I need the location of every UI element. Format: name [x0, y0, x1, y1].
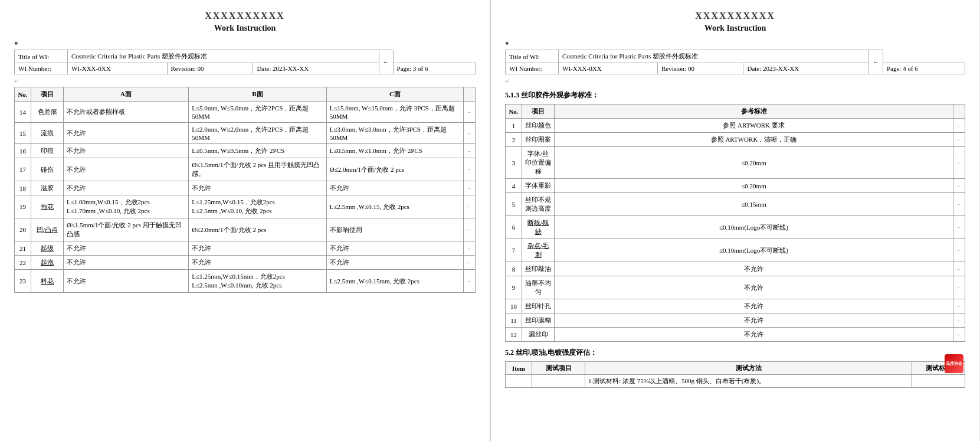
table-row: 2 丝印图案 参照 ARTWORK，清晰，正确 ←	[506, 133, 965, 147]
row-zone-b: 不允许	[189, 241, 327, 256]
row-zone-c: 不允许	[326, 256, 463, 270]
page3-enter: ↵	[14, 78, 476, 84]
table-row: 18 溢胶 不允许 不允许 不允许 ←	[15, 181, 476, 195]
s52-method-col: 测试方法	[585, 362, 912, 375]
section513-header: 5.1.3 丝印胶件外观参考标准：	[505, 90, 965, 100]
row-item: 碰伤	[31, 158, 64, 181]
table-row: 9 油墨不均匀 不允许 ←	[506, 276, 965, 299]
s52-item-col: Item	[506, 362, 532, 375]
page-3: XXXXXXXXXX Work Instruction ▪ Title of W…	[0, 0, 490, 441]
s513-row-item: 丝印不规则边高度	[522, 193, 555, 216]
table-row: 11 丝印膜糊 不允许 ←	[506, 313, 965, 328]
s513-row-arrow: ←	[953, 276, 965, 299]
row-arrow: ←	[464, 123, 476, 144]
s513-row-no: 7	[506, 239, 522, 262]
section52-table: Item 测试项目 测试方法 测试标准 品质协会 1.测试材料: 浓度 75%以…	[505, 361, 965, 388]
row-arrow: ←	[464, 195, 476, 218]
s513-row-item: 断线/残缺	[522, 216, 555, 239]
s513-row-std: 不允许	[555, 276, 953, 299]
table-row: 12 漏丝印 不允许 ←	[506, 328, 965, 342]
table-row: 4 字体重影 ≤0.20mm ←	[506, 179, 965, 193]
s513-row-no: 4	[506, 179, 522, 193]
row-zone-a: 不允许	[64, 270, 189, 293]
p4-date: Date: 2023-XX-XX	[743, 63, 869, 74]
row-zone-c: 不允许	[326, 181, 463, 195]
table-row: 22 起泡 不允许 不允许 不允许 ←	[15, 256, 476, 270]
s513-row-std: 参照 ARTWORK，清晰，正确	[555, 133, 953, 147]
s513-row-item: 油墨不均匀	[522, 276, 555, 299]
row-zone-c: Ø≤2.0mm/1个面/允收 2 pcs	[326, 158, 463, 181]
row-zone-b: Ø≤1.5mm/1个面/允收 2 pcs 且用手触摸无凹凸感。	[189, 158, 327, 181]
row-item: 色差痕	[31, 102, 64, 123]
table-row: 19 拖花 L≤1.00mm,W≤0.15，允收2pcs L≤1.70mm ,W…	[15, 195, 476, 218]
table-row: 1.测试材料: 浓度 75%以上酒精、500g 铜头、白布若干(布质)。	[506, 375, 965, 388]
row-zone-c: L≤0.5mm, W≤1.0mm，允许 2PCS	[326, 144, 463, 158]
s513-row-arrow: ←	[953, 328, 965, 342]
s513-row-std: ≤0.15mm	[555, 193, 953, 216]
s513-row-arrow: ←	[953, 133, 965, 147]
s513-row-std: ≤0.10mm(Logo不可断线)	[555, 216, 953, 239]
row-no: 23	[15, 270, 31, 293]
section52-header: 5.2 丝印,喷油,电镀强度评估：	[505, 348, 965, 358]
row-zone-b: 不允许	[189, 181, 327, 195]
s513-row-item: 杂点/毛刺	[522, 239, 555, 262]
row-zone-c: L≤15.0mm, W≤15.0mm，允许 3PCS，距离超 50MM	[326, 102, 463, 123]
row-zone-b: L≤1.25mm,W≤0.15mm，允收2pcs L≤2.5mm ,W≤0.10…	[189, 270, 327, 293]
s513-row-item: 丝印膜糊	[522, 313, 555, 328]
page4-dot: ▪	[505, 38, 965, 48]
s513-row-item: 丝印图案	[522, 133, 555, 147]
col-arrow-header	[953, 104, 965, 119]
s513-row-item: 漏丝印	[522, 328, 555, 342]
s513-row-no: 3	[506, 147, 522, 179]
row-arrow: ←	[464, 181, 476, 195]
page3-title: XXXXXXXXXX	[14, 11, 476, 21]
s513-row-item: 字体/丝印位置偏移	[522, 147, 555, 179]
row-zone-a: 不允许	[64, 123, 189, 144]
row-no: 21	[15, 241, 31, 256]
row-arrow: ←	[464, 256, 476, 270]
row-arrow: ←	[464, 270, 476, 293]
s52-test-col: 测试项目	[532, 362, 585, 375]
s513-row-no: 10	[506, 299, 522, 313]
s52-row-method: 1.测试材料: 浓度 75%以上酒精、500g 铜头、白布若干(布质)。	[585, 375, 912, 388]
s513-row-arrow: ←	[953, 193, 965, 216]
col-std-header: 参考标准	[555, 104, 953, 119]
row-zone-b: L≤0.5mm, W≤0.5mm，允许 2PCS	[189, 144, 327, 158]
row-item: 溢胶	[31, 181, 64, 195]
row-zone-b: L≤1.25mm,W≤0.15，允收2pcs L≤2.5mm ,W≤0.10, …	[189, 195, 327, 218]
row-zone-a: 不允许或者参照样板	[64, 102, 189, 123]
col-item-header: 项目	[522, 104, 555, 119]
s513-row-std: ≤0.20mm	[555, 147, 953, 179]
row-item: 起级	[31, 241, 64, 256]
row-zone-c: L≤3.0mm, W≤3.0mm，允许3PCS，距离超 50MM	[326, 123, 463, 144]
s52-row-item	[506, 375, 532, 388]
s513-row-no: 9	[506, 276, 522, 299]
table-row: 8 丝印敲油 不允许 ←	[506, 262, 965, 276]
page4-header-table: Title of WI: Cosmetic Criteria for Plast…	[505, 50, 965, 74]
table-row: 21 起级 不允许 不允许 不允许 ←	[15, 241, 476, 256]
table-row: 20 凹/凸点 Ø≤1.5mm/1个面/允收 2 pcs 用于触摸无凹凸感 Ø≤…	[15, 218, 476, 241]
revision: Revision: 00	[167, 63, 253, 74]
p4-wi-number-label: WI Number:	[506, 63, 559, 74]
table-row: 6 断线/残缺 ≤0.10mm(Logo不可断线) ←	[506, 216, 965, 239]
s513-row-std: ≤0.20mm	[555, 179, 953, 193]
table-row: 23 料花 不允许 L≤1.25mm,W≤0.15mm，允收2pcs L≤2.5…	[15, 270, 476, 293]
table-row: 14 色差痕 不允许或者参照样板 L≤5.0mm, W≤5.0mm，允许2PCS…	[15, 102, 476, 123]
p4-revision: Revision: 00	[657, 63, 743, 74]
row-zone-a: 不允许	[64, 158, 189, 181]
row-arrow: ←	[464, 158, 476, 181]
page-4: XXXXXXXXXX Work Instruction ▪ Title of W…	[490, 0, 979, 441]
p4-title-of-wi-label: Title of WI:	[506, 50, 559, 63]
s52-std-col: 测试标准 品质协会	[912, 362, 965, 375]
page3-dot: ▪	[14, 38, 476, 48]
s513-row-item: 丝印针孔	[522, 299, 555, 313]
row-zone-a: L≤1.00mm,W≤0.15，允收2pcs L≤1.70mm ,W≤0.10,…	[64, 195, 189, 218]
row-no: 14	[15, 102, 31, 123]
row-no: 17	[15, 158, 31, 181]
s513-row-no: 8	[506, 262, 522, 276]
s513-row-std: 不允许	[555, 313, 953, 328]
row-zone-a: 不允许	[64, 241, 189, 256]
page4-enter: ↵	[505, 78, 965, 84]
s513-row-arrow: ←	[953, 262, 965, 276]
s513-row-no: 5	[506, 193, 522, 216]
